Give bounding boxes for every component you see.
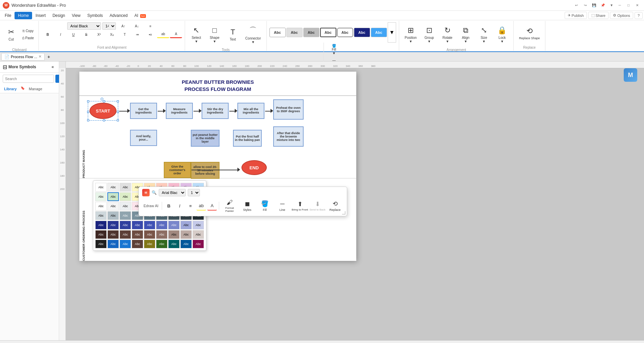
library-tab[interactable]: Library [3,86,18,92]
bring-to-front-btn[interactable]: ⬆ Bring to Front [291,198,308,214]
undo-btn[interactable]: ↩ [572,2,581,9]
swatch-6[interactable]: Abc [354,28,370,37]
canvas-main[interactable]: -100 -80 -60 -40 -20 0 20 40 60 80 100 1… [66,62,644,340]
add-tab-btn[interactable]: + [45,53,52,60]
sg-item[interactable]: Abc [95,230,107,239]
sg-item[interactable]: Abc [144,240,155,248]
sg-item[interactable]: Abc [107,221,119,229]
swatch-1[interactable]: Abc [269,28,286,37]
italic-btn[interactable]: I [54,31,67,38]
menu-view[interactable]: View [69,12,84,19]
superscript-btn[interactable]: X² [93,31,105,38]
sg-item[interactable]: Abc [156,240,168,248]
swatch-7[interactable]: Abc [371,28,387,37]
sg-item[interactable]: Abc [120,240,131,248]
handle-tl[interactable] [87,100,89,102]
menu-home[interactable]: Home [15,12,32,19]
sg-item[interactable]: Abc [192,221,204,229]
menu-advanced[interactable]: Advanced [106,12,131,19]
doc-close-btn[interactable]: ✕ [38,54,42,59]
menu-insert[interactable]: Insert [32,12,49,19]
list-btn[interactable]: ≔ [131,31,144,38]
share-btn[interactable]: ⬚ Share [588,12,609,19]
doc-tab[interactable]: 📄 Process Flow ... ✕ [1,53,45,60]
diagram-paper[interactable]: PEANUT BUTTER BROWNIES PROCESS FLOW DIAG… [79,72,356,261]
highlight-btn[interactable]: ab [157,31,169,38]
sg-item[interactable]: Abc [95,240,107,248]
handle-bm[interactable] [103,119,105,121]
sg-item[interactable]: Abc [95,183,107,192]
minimize-btn[interactable]: ─ [616,2,624,9]
sg-item[interactable]: Abc [144,221,155,229]
sg-item[interactable]: Abc [120,221,131,229]
ft-bold-btn[interactable]: B [164,201,174,211]
sg-item[interactable]: Abc [107,240,119,248]
sg-item[interactable]: Abc [168,240,180,248]
sg-item[interactable]: Abc [95,211,107,220]
mix-box[interactable]: Mix all the ingredients [237,103,264,119]
close-btn[interactable]: ✕ [633,2,641,9]
font-size-select[interactable]: 14 [102,22,116,30]
sg-item-selected[interactable]: Abc [107,192,119,201]
sg-item[interactable]: Abc [192,230,204,239]
position-btn[interactable]: ⊞ Position ▼ [402,22,419,47]
sg-item[interactable]: Abc [120,211,131,220]
align-left-btn[interactable]: ≡ [144,23,156,29]
handle-mr[interactable] [117,111,119,113]
handle-tm[interactable] [103,100,105,102]
connector-btn[interactable]: ⌒ Connector ▼ [242,22,263,47]
more-btn[interactable]: ▼ [608,2,616,9]
end-shape[interactable]: END [241,160,267,175]
sg-item[interactable]: Abc [156,230,168,239]
sg-item[interactable]: Abc [120,230,131,239]
measure-box[interactable]: Measure ingredients [166,103,193,119]
ft-align-btn[interactable]: ≡ [186,201,195,211]
strikethrough-btn[interactable]: S [80,31,92,38]
cool-box[interactable]: allow to cool 20-30 minutes before slici… [191,162,220,179]
swatch-3[interactable]: Abc [303,28,319,37]
sg-item[interactable]: Abc [107,202,119,211]
sg-item[interactable]: Abc [95,202,107,211]
rotation-handle[interactable] [101,98,103,100]
ft-highlight-btn[interactable]: ab [197,201,206,211]
styles-scroll-btn[interactable]: ▼ [388,22,396,43]
bold-btn[interactable]: B [42,31,54,38]
shape-btn[interactable]: □ Shape ▼ [206,22,223,47]
send-to-back-btn[interactable]: ⬇ Send to Back [309,198,326,214]
sg-item[interactable]: Abc [132,221,143,229]
toolbar-resize-handle[interactable] [342,211,345,215]
lock-btn[interactable]: 🔒 Lock ▼ [494,22,511,47]
menu-design[interactable]: Design [49,12,68,19]
sg-item[interactable]: Abc [144,230,155,239]
size-btn[interactable]: ⤡ Size ▼ [475,22,492,47]
sg-item[interactable]: Abc [132,240,143,248]
sg-item[interactable]: Abc [120,183,131,192]
sg-item[interactable]: Abc [120,202,131,211]
sg-item[interactable]: Abc [192,240,204,248]
maximize-btn[interactable]: □ [624,2,633,9]
menu-file[interactable]: File [1,12,15,19]
sg-item[interactable]: Abc [180,230,192,239]
handle-br[interactable] [117,119,119,121]
swatch-2[interactable]: Abc [286,28,303,37]
select-btn[interactable]: ↖ Select ▼ [188,22,205,47]
ft-italic-btn[interactable]: I [175,201,184,211]
menu-symbols[interactable]: Symbols [84,12,106,19]
save-btn[interactable]: 💾 [590,2,598,9]
sg-item[interactable]: Abc [107,183,119,192]
sg-item[interactable]: Abc [120,192,131,201]
sg-item[interactable]: Abc [95,221,107,229]
ft-styles-btn[interactable]: ◼ Styles [239,198,256,214]
first-half-box[interactable]: Put the first half in the baking pan [233,130,262,147]
redo-btn[interactable]: ↪ [581,2,589,9]
customer-order-box[interactable]: Give the customer's order [164,162,191,178]
subscript-btn[interactable]: X₂ [106,31,118,38]
font-size-decrease-btn[interactable]: A↓ [131,23,143,29]
sg-item[interactable]: Abc [168,221,180,229]
ft-search-icon[interactable]: 🔍 [152,190,157,195]
stir-box[interactable]: Stir the dry Ingredients [202,103,229,119]
underline-btn[interactable]: U [67,31,79,38]
ft-font-color-btn[interactable]: A [207,201,217,211]
fill-btn[interactable]: 🪣 Fill ▼ [326,43,342,56]
ft-size-select[interactable]: 14 [188,189,200,196]
